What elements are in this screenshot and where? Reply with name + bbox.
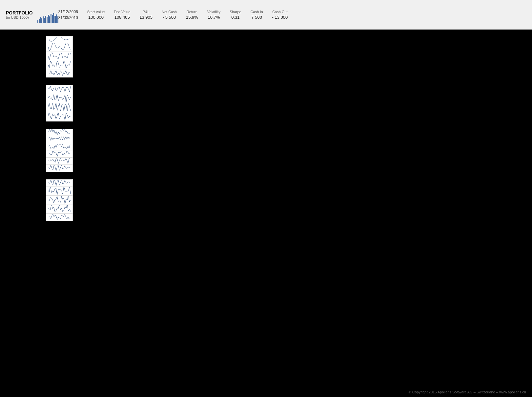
bar-segment — [43, 16, 44, 23]
mini-chart-line — [47, 95, 72, 102]
chart-row — [46, 150, 72, 158]
stat-value: 7 500 — [251, 15, 262, 20]
mini-chart-line — [47, 144, 72, 150]
header-stat-end-value: End Value108 405 — [114, 10, 130, 20]
footer-text: © Copyright 2015 Apollaris Software AG –… — [409, 390, 526, 394]
portfolio-header: PORTFOLIO (in USD 1000) 31/12/2006 31/03… — [0, 0, 532, 30]
stat-label: Start Value — [87, 10, 105, 14]
mini-chart-line — [47, 71, 72, 77]
stat-label: Return — [187, 10, 197, 14]
chart-row — [46, 52, 72, 61]
header-bar-chart — [37, 7, 58, 23]
chart-row — [46, 180, 72, 187]
stat-value: 10.7% — [208, 15, 220, 20]
bar-segment — [40, 17, 41, 23]
header-stat-return: Return15.9% — [186, 10, 198, 20]
stat-value: 100 000 — [88, 15, 104, 20]
bar-segment — [53, 13, 54, 23]
main-content — [0, 30, 532, 387]
bar-segment — [47, 17, 48, 23]
mini-chart-line — [47, 85, 72, 93]
mini-chart-line — [47, 180, 72, 186]
header-stat-sharpe: Sharpe0.31 — [230, 10, 241, 20]
chart-row — [46, 70, 72, 77]
header-dates: 31/12/2006 31/03/2010 — [58, 10, 78, 20]
header-stat-cash-in: Cash In7 500 — [251, 10, 263, 20]
stat-value: - 5 500 — [163, 15, 176, 20]
mini-chart-line — [47, 205, 72, 213]
bar-segment — [41, 18, 42, 23]
chart-row — [46, 214, 72, 221]
chart-row — [46, 205, 72, 214]
header-stat-cash-out: Cash Out- 13 000 — [272, 10, 288, 20]
chart-row — [46, 136, 72, 143]
stat-label: Sharpe — [230, 10, 241, 14]
mini-chart-line — [47, 187, 72, 195]
chart-thumbnail-1 — [46, 36, 73, 77]
mini-chart-line — [47, 61, 72, 69]
date-start: 31/12/2006 — [58, 10, 78, 14]
mini-chart-line — [47, 113, 72, 121]
stat-label: Net Cash — [162, 10, 177, 14]
chart-thumbnail-3 — [46, 129, 73, 172]
stat-value: 108 405 — [114, 15, 130, 20]
bar-segment — [54, 16, 55, 23]
mini-chart-line — [47, 214, 72, 220]
chart-row — [46, 61, 72, 70]
chart-row — [46, 94, 72, 103]
stat-label: Cash Out — [272, 10, 287, 14]
chart-row — [46, 196, 72, 205]
mini-chart-line — [47, 129, 72, 135]
bar-segment — [48, 15, 49, 23]
stat-value: 0.31 — [231, 15, 239, 20]
chart-thumbnail-2 — [46, 85, 73, 121]
chart-row — [46, 43, 72, 52]
bar-segment — [37, 20, 38, 23]
chart-row — [46, 112, 72, 121]
page-footer: © Copyright 2015 Apollaris Software AG –… — [0, 387, 532, 397]
portfolio-subtitle: (in USD 1000) — [6, 15, 33, 19]
mini-chart-line — [47, 158, 72, 164]
date-end: 31/03/2010 — [58, 15, 78, 20]
stat-label: P&L — [143, 10, 150, 14]
bar-segment — [51, 14, 51, 23]
stat-label: End Value — [114, 10, 130, 14]
header-stats: Start Value100 000End Value108 405P&L13 … — [87, 10, 297, 20]
mini-chart-line — [47, 103, 72, 111]
chart-row — [46, 158, 72, 165]
chart-thumbnails — [46, 36, 532, 221]
mini-chart-line — [47, 37, 72, 42]
bar-segment — [56, 14, 57, 23]
stat-value: 15.9% — [186, 15, 198, 20]
mini-chart-line — [47, 137, 72, 143]
header-stat-net-cash: Net Cash- 5 500 — [162, 10, 177, 20]
header-stat-p-l: P&L13 905 — [139, 10, 153, 20]
chart-row — [46, 187, 72, 196]
portfolio-label-group: PORTFOLIO (in USD 1000) — [6, 10, 33, 19]
bar-segment — [49, 16, 50, 23]
mini-chart-line — [47, 196, 72, 204]
chart-row — [46, 36, 72, 43]
bar-segment — [45, 16, 46, 23]
mini-chart-line — [47, 43, 72, 51]
stat-label: Volatility — [207, 10, 220, 14]
stat-value: - 13 000 — [272, 15, 288, 20]
chart-thumbnail-4 — [46, 179, 73, 221]
mini-chart-line — [47, 53, 72, 60]
header-stat-start-value: Start Value100 000 — [87, 10, 105, 20]
mini-chart-line — [47, 151, 72, 157]
chart-row — [46, 129, 72, 136]
bar-segment — [39, 19, 40, 23]
stat-label: Cash In — [251, 10, 263, 14]
mini-chart-line — [47, 165, 72, 171]
chart-row — [46, 85, 72, 94]
stat-value: 13 905 — [139, 15, 153, 20]
bar-segment — [52, 15, 53, 23]
chart-row — [46, 143, 72, 150]
chart-row — [46, 103, 72, 112]
bar-segment — [44, 18, 45, 23]
header-stat-volatility: Volatility10.7% — [207, 10, 220, 20]
chart-row — [46, 165, 72, 172]
portfolio-title: PORTFOLIO — [6, 10, 33, 15]
